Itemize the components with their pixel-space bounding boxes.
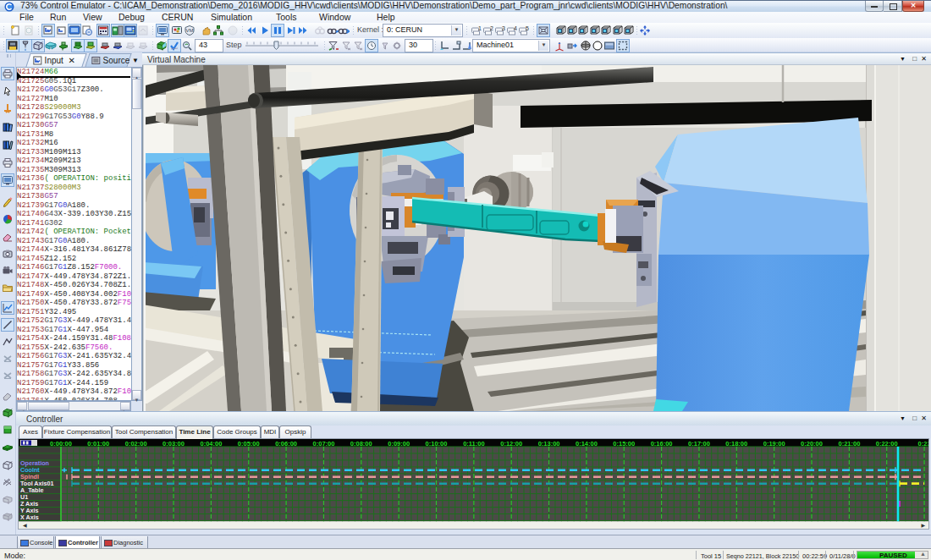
svg-text:0:11:00: 0:11:00 [463,440,484,447]
svg-text:0:18:00: 0:18:00 [725,440,747,447]
svg-text:0:01:00: 0:01:00 [87,440,109,447]
svg-text:0:16:00: 0:16:00 [651,440,673,447]
svg-text:0:09:00: 0:09:00 [388,440,410,447]
svg-text:0:19:00: 0:19:00 [763,440,785,447]
svg-text:0:13:00: 0:13:00 [538,440,560,447]
svg-text:0:06:00: 0:06:00 [275,440,297,447]
svg-text:0:04:00: 0:04:00 [200,440,222,447]
svg-text:0:17:00: 0:17:00 [688,440,710,447]
svg-text:0:08:00: 0:08:00 [350,440,372,447]
svg-text:0:22:00: 0:22:00 [876,440,898,447]
svg-text:3: 3 [502,25,505,31]
svg-text:0:12:00: 0:12:00 [500,440,522,447]
svg-text:▶: ▶ [921,523,925,528]
svg-text:5: 5 [526,25,529,31]
svg-text:0:02:00: 0:02:00 [125,440,147,447]
svg-text:0:21:00: 0:21:00 [838,440,860,447]
svg-text:VM: VM [186,28,194,33]
svg-text:0:14:00: 0:14:00 [576,440,598,447]
svg-text:0:10:00: 0:10:00 [426,440,448,447]
svg-text:0:07:00: 0:07:00 [313,440,335,447]
svg-text:0:23: 0:23 [918,440,928,447]
svg-text:0:20:00: 0:20:00 [801,440,823,447]
svg-text:X Axis: X Axis [20,513,39,521]
svg-text:2: 2 [490,25,493,31]
svg-text:0:05:00: 0:05:00 [238,440,260,447]
svg-text:0:15:00: 0:15:00 [613,440,635,447]
svg-text:4: 4 [514,25,517,31]
svg-text:◀: ◀ [23,523,27,528]
svg-text:0:00:00: 0:00:00 [50,440,72,447]
svg-text:1: 1 [478,25,482,31]
svg-text:0:03:00: 0:03:00 [163,440,185,447]
